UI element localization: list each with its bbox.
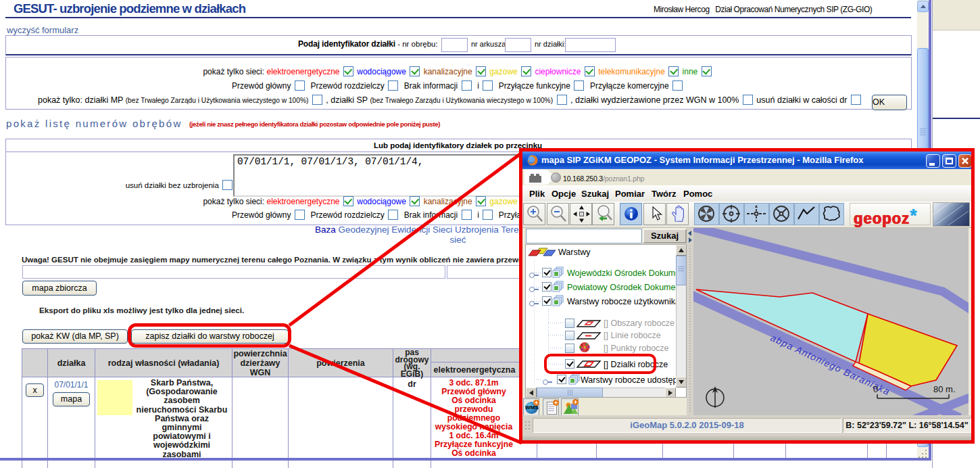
svg-text:0: 0 bbox=[873, 384, 878, 394]
svg-text:80 m.: 80 m. bbox=[933, 384, 956, 394]
